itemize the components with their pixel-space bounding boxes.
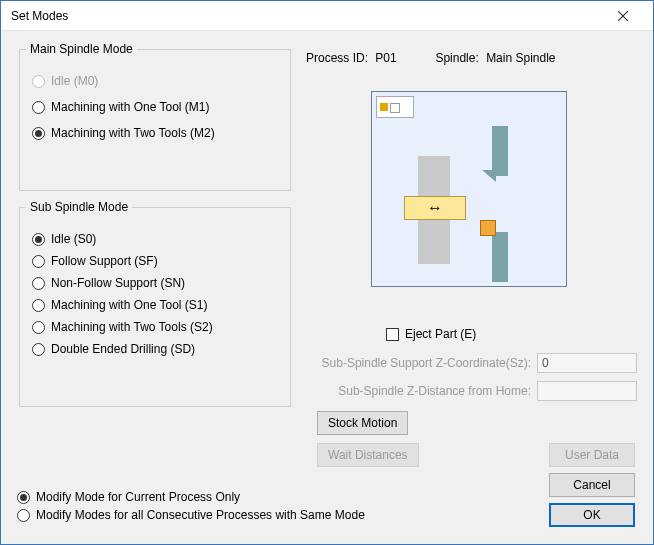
preview-slider-icon (404, 196, 466, 220)
wait-distances-button: Wait Distances (317, 443, 419, 467)
user-data-button: User Data (549, 443, 635, 467)
radio-icon (32, 321, 45, 334)
sub-mode-sn[interactable]: Non-Follow Support (SN) (32, 276, 280, 290)
radio-icon (32, 277, 45, 290)
process-id-value: P01 (375, 51, 396, 65)
radio-icon (17, 509, 30, 522)
process-header: Process ID: P01 Spindle: Main Spindle (306, 51, 560, 65)
sz-input (537, 353, 637, 373)
main-mode-m2-label: Machining with Two Tools (M2) (51, 126, 215, 140)
checkbox-icon (386, 328, 399, 341)
home-row: Sub-Spindle Z-Distance from Home: (317, 381, 637, 401)
preview-tool-top-icon (492, 126, 508, 176)
window-title: Set Modes (11, 9, 68, 23)
mode-preview (371, 91, 567, 287)
scope-group: Modify Mode for Current Process Only Mod… (17, 486, 365, 526)
process-id-label: Process ID: (306, 51, 368, 65)
ok-button[interactable]: OK (549, 503, 635, 527)
home-input (537, 381, 637, 401)
sub-spindle-group: Sub Spindle Mode Idle (S0) Follow Suppor… (19, 207, 291, 407)
sub-mode-s0-label: Idle (S0) (51, 232, 96, 246)
main-mode-m1[interactable]: Machining with One Tool (M1) (32, 100, 280, 114)
left-column: Main Spindle Mode Idle (M0) Machining wi… (19, 49, 291, 407)
sub-mode-sd-label: Double Ended Drilling (SD) (51, 342, 195, 356)
radio-icon (17, 491, 30, 504)
preview-tool-bottom-icon (492, 232, 508, 282)
scope-current[interactable]: Modify Mode for Current Process Only (17, 490, 365, 504)
main-spindle-legend: Main Spindle Mode (26, 42, 137, 56)
client-area: Process ID: P01 Spindle: Main Spindle Ma… (1, 31, 653, 544)
sub-mode-sf[interactable]: Follow Support (SF) (32, 254, 280, 268)
radio-icon (32, 255, 45, 268)
sub-mode-sd[interactable]: Double Ended Drilling (SD) (32, 342, 280, 356)
titlebar: Set Modes (1, 1, 653, 31)
radio-icon (32, 299, 45, 312)
sub-mode-sf-label: Follow Support (SF) (51, 254, 158, 268)
sz-row: Sub-Spindle Support Z-Coordinate(Sz): (317, 353, 637, 373)
sub-mode-s2[interactable]: Machining with Two Tools (S2) (32, 320, 280, 334)
sub-mode-s0[interactable]: Idle (S0) (32, 232, 280, 246)
radio-icon (32, 127, 45, 140)
radio-icon (32, 343, 45, 356)
eject-part-checkbox[interactable]: Eject Part (E) (386, 327, 476, 341)
spindle-value: Main Spindle (486, 51, 555, 65)
stock-motion-button[interactable]: Stock Motion (317, 411, 408, 435)
preview-thumbnail-icon (376, 96, 414, 118)
sub-mode-s2-label: Machining with Two Tools (S2) (51, 320, 213, 334)
sub-spindle-legend: Sub Spindle Mode (26, 200, 132, 214)
spindle-label: Spindle: (435, 51, 478, 65)
scope-all[interactable]: Modify Modes for all Consecutive Process… (17, 508, 365, 522)
eject-part-label: Eject Part (E) (405, 327, 476, 341)
main-mode-m2[interactable]: Machining with Two Tools (M2) (32, 126, 280, 140)
main-mode-idle[interactable]: Idle (M0) (32, 74, 280, 88)
close-icon (618, 11, 628, 21)
scope-current-label: Modify Mode for Current Process Only (36, 490, 240, 504)
radio-icon (32, 75, 45, 88)
scope-all-label: Modify Modes for all Consecutive Process… (36, 508, 365, 522)
sub-mode-s1-label: Machining with One Tool (S1) (51, 298, 208, 312)
sub-mode-sn-label: Non-Follow Support (SN) (51, 276, 185, 290)
home-label: Sub-Spindle Z-Distance from Home: (317, 384, 531, 398)
radio-icon (32, 101, 45, 114)
sub-mode-s1[interactable]: Machining with One Tool (S1) (32, 298, 280, 312)
set-modes-dialog: Set Modes Process ID: P01 Spindle: Main … (0, 0, 654, 545)
main-mode-idle-label: Idle (M0) (51, 74, 98, 88)
main-mode-m1-label: Machining with One Tool (M1) (51, 100, 210, 114)
close-button[interactable] (603, 1, 643, 31)
main-spindle-group: Main Spindle Mode Idle (M0) Machining wi… (19, 49, 291, 191)
radio-icon (32, 233, 45, 246)
sz-label: Sub-Spindle Support Z-Coordinate(Sz): (317, 356, 531, 370)
cancel-button[interactable]: Cancel (549, 473, 635, 497)
